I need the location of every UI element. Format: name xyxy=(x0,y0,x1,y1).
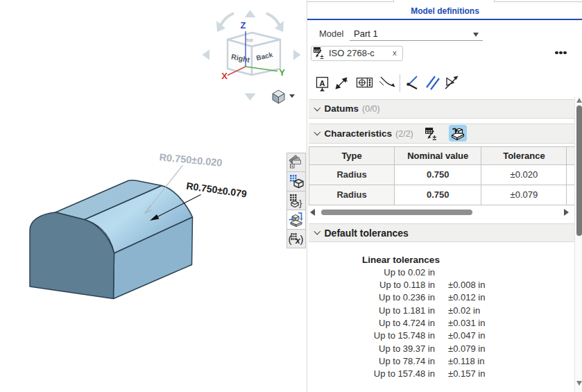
svg-text:}: } xyxy=(299,198,302,208)
svg-text:Y: Y xyxy=(279,67,285,78)
svg-text:A: A xyxy=(320,79,325,87)
svg-text:Z: Z xyxy=(241,20,246,31)
svg-text:±: ± xyxy=(433,134,437,142)
svg-text:±: ± xyxy=(320,53,324,60)
svg-text:(: ( xyxy=(289,233,292,245)
svg-text:R0.750±0.020: R0.750±0.020 xyxy=(159,151,223,169)
svg-text:R0.750±0.079: R0.750±0.079 xyxy=(186,180,248,200)
svg-text:): ) xyxy=(300,233,304,245)
svg-text:X: X xyxy=(221,71,228,81)
